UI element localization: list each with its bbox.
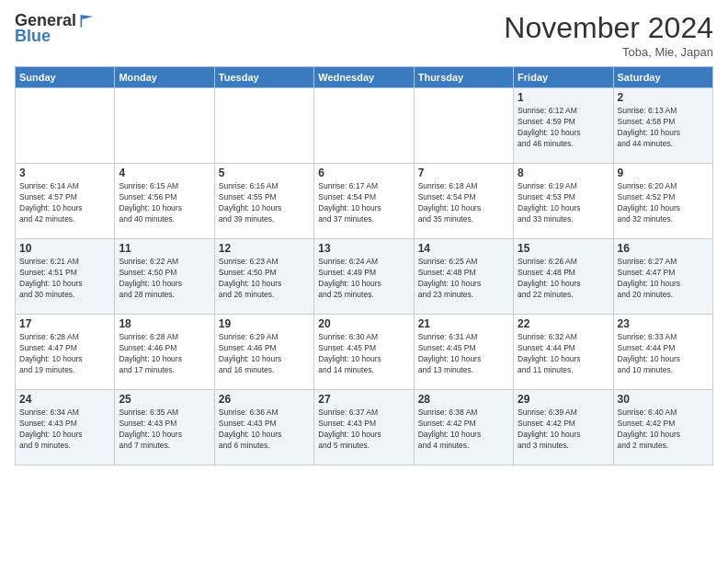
day-info: Sunrise: 6:32 AM Sunset: 4:44 PM Dayligh… bbox=[518, 332, 609, 376]
day-number: 2 bbox=[618, 91, 709, 104]
calendar-day-cell: 30Sunrise: 6:40 AM Sunset: 4:42 PM Dayli… bbox=[613, 390, 712, 465]
calendar-day-cell: 5Sunrise: 6:16 AM Sunset: 4:55 PM Daylig… bbox=[214, 164, 313, 239]
logo-flag-icon bbox=[78, 12, 97, 30]
calendar-day-cell: 16Sunrise: 6:27 AM Sunset: 4:47 PM Dayli… bbox=[613, 239, 712, 315]
day-info: Sunrise: 6:28 AM Sunset: 4:46 PM Dayligh… bbox=[119, 332, 210, 376]
day-number: 1 bbox=[518, 91, 609, 104]
calendar-day-header: Thursday bbox=[414, 67, 513, 88]
calendar-day-header: Tuesday bbox=[214, 67, 313, 88]
calendar-day-cell: 19Sunrise: 6:29 AM Sunset: 4:46 PM Dayli… bbox=[214, 315, 313, 390]
calendar-day-cell: 8Sunrise: 6:19 AM Sunset: 4:53 PM Daylig… bbox=[514, 164, 613, 239]
day-number: 23 bbox=[618, 317, 709, 330]
day-info: Sunrise: 6:34 AM Sunset: 4:43 PM Dayligh… bbox=[19, 408, 110, 452]
day-number: 29 bbox=[518, 393, 609, 406]
calendar-day-cell: 2Sunrise: 6:13 AM Sunset: 4:58 PM Daylig… bbox=[613, 88, 712, 164]
day-info: Sunrise: 6:25 AM Sunset: 4:48 PM Dayligh… bbox=[418, 257, 509, 301]
day-number: 8 bbox=[518, 167, 609, 179]
day-info: Sunrise: 6:16 AM Sunset: 4:55 PM Dayligh… bbox=[219, 181, 310, 225]
calendar-day-cell bbox=[16, 88, 115, 164]
location-subtitle: Toba, Mie, Japan bbox=[504, 45, 713, 59]
day-number: 12 bbox=[219, 242, 310, 255]
day-info: Sunrise: 6:20 AM Sunset: 4:52 PM Dayligh… bbox=[618, 181, 709, 225]
svg-marker-0 bbox=[81, 15, 93, 27]
day-number: 4 bbox=[119, 167, 210, 179]
calendar-week-row: 24Sunrise: 6:34 AM Sunset: 4:43 PM Dayli… bbox=[16, 390, 713, 465]
calendar-day-header: Sunday bbox=[16, 67, 115, 88]
calendar-day-cell: 1Sunrise: 6:12 AM Sunset: 4:59 PM Daylig… bbox=[514, 88, 613, 164]
day-number: 16 bbox=[618, 242, 709, 255]
day-number: 24 bbox=[19, 393, 110, 406]
day-info: Sunrise: 6:40 AM Sunset: 4:42 PM Dayligh… bbox=[618, 408, 709, 452]
calendar-day-cell: 3Sunrise: 6:14 AM Sunset: 4:57 PM Daylig… bbox=[16, 164, 115, 239]
day-info: Sunrise: 6:26 AM Sunset: 4:48 PM Dayligh… bbox=[518, 257, 609, 301]
calendar-day-cell bbox=[414, 88, 513, 164]
day-number: 10 bbox=[19, 242, 110, 255]
day-info: Sunrise: 6:36 AM Sunset: 4:43 PM Dayligh… bbox=[219, 408, 310, 452]
day-info: Sunrise: 6:27 AM Sunset: 4:47 PM Dayligh… bbox=[618, 257, 709, 301]
day-number: 22 bbox=[518, 317, 609, 330]
calendar-day-cell: 17Sunrise: 6:28 AM Sunset: 4:47 PM Dayli… bbox=[16, 315, 115, 390]
calendar-day-cell: 14Sunrise: 6:25 AM Sunset: 4:48 PM Dayli… bbox=[414, 239, 513, 315]
day-info: Sunrise: 6:39 AM Sunset: 4:42 PM Dayligh… bbox=[518, 408, 609, 452]
day-number: 20 bbox=[318, 317, 409, 330]
calendar-day-cell: 27Sunrise: 6:37 AM Sunset: 4:43 PM Dayli… bbox=[314, 390, 414, 465]
day-number: 3 bbox=[19, 167, 110, 179]
calendar-day-cell bbox=[314, 88, 414, 164]
day-info: Sunrise: 6:13 AM Sunset: 4:58 PM Dayligh… bbox=[618, 106, 709, 150]
calendar-day-cell: 18Sunrise: 6:28 AM Sunset: 4:46 PM Dayli… bbox=[115, 315, 214, 390]
day-info: Sunrise: 6:18 AM Sunset: 4:54 PM Dayligh… bbox=[418, 181, 509, 225]
day-number: 19 bbox=[219, 317, 310, 330]
day-number: 7 bbox=[418, 167, 509, 179]
calendar-day-cell: 23Sunrise: 6:33 AM Sunset: 4:44 PM Dayli… bbox=[613, 315, 712, 390]
title-section: November 2024 Toba, Mie, Japan bbox=[504, 11, 713, 59]
day-info: Sunrise: 6:38 AM Sunset: 4:42 PM Dayligh… bbox=[418, 408, 509, 452]
day-number: 5 bbox=[219, 167, 310, 179]
calendar-day-cell: 6Sunrise: 6:17 AM Sunset: 4:54 PM Daylig… bbox=[314, 164, 414, 239]
calendar-day-cell: 10Sunrise: 6:21 AM Sunset: 4:51 PM Dayli… bbox=[16, 239, 115, 315]
calendar-table: SundayMondayTuesdayWednesdayThursdayFrid… bbox=[15, 66, 713, 465]
month-title: November 2024 bbox=[504, 11, 713, 45]
day-number: 26 bbox=[219, 393, 310, 406]
day-info: Sunrise: 6:17 AM Sunset: 4:54 PM Dayligh… bbox=[318, 181, 409, 225]
day-info: Sunrise: 6:14 AM Sunset: 4:57 PM Dayligh… bbox=[19, 181, 110, 225]
calendar-day-cell bbox=[115, 88, 214, 164]
day-number: 18 bbox=[119, 317, 210, 330]
calendar-day-cell: 28Sunrise: 6:38 AM Sunset: 4:42 PM Dayli… bbox=[414, 390, 513, 465]
calendar-day-cell: 12Sunrise: 6:23 AM Sunset: 4:50 PM Dayli… bbox=[214, 239, 313, 315]
calendar-day-cell: 4Sunrise: 6:15 AM Sunset: 4:56 PM Daylig… bbox=[115, 164, 214, 239]
page-header: General Blue November 2024 Toba, Mie, Ja… bbox=[15, 11, 713, 59]
day-info: Sunrise: 6:37 AM Sunset: 4:43 PM Dayligh… bbox=[318, 408, 409, 452]
day-info: Sunrise: 6:33 AM Sunset: 4:44 PM Dayligh… bbox=[618, 332, 709, 376]
calendar-day-cell: 26Sunrise: 6:36 AM Sunset: 4:43 PM Dayli… bbox=[214, 390, 313, 465]
calendar-day-cell: 13Sunrise: 6:24 AM Sunset: 4:49 PM Dayli… bbox=[314, 239, 414, 315]
day-info: Sunrise: 6:35 AM Sunset: 4:43 PM Dayligh… bbox=[119, 408, 210, 452]
day-info: Sunrise: 6:28 AM Sunset: 4:47 PM Dayligh… bbox=[19, 332, 110, 376]
calendar-day-cell: 7Sunrise: 6:18 AM Sunset: 4:54 PM Daylig… bbox=[414, 164, 513, 239]
day-number: 28 bbox=[418, 393, 509, 406]
logo: General Blue bbox=[15, 11, 97, 46]
calendar-day-cell: 29Sunrise: 6:39 AM Sunset: 4:42 PM Dayli… bbox=[514, 390, 613, 465]
calendar-week-row: 1Sunrise: 6:12 AM Sunset: 4:59 PM Daylig… bbox=[16, 88, 713, 164]
day-info: Sunrise: 6:24 AM Sunset: 4:49 PM Dayligh… bbox=[318, 257, 409, 301]
day-number: 25 bbox=[119, 393, 210, 406]
calendar-day-cell: 25Sunrise: 6:35 AM Sunset: 4:43 PM Dayli… bbox=[115, 390, 214, 465]
calendar-day-cell: 15Sunrise: 6:26 AM Sunset: 4:48 PM Dayli… bbox=[514, 239, 613, 315]
day-info: Sunrise: 6:22 AM Sunset: 4:50 PM Dayligh… bbox=[119, 257, 210, 301]
calendar-week-row: 17Sunrise: 6:28 AM Sunset: 4:47 PM Dayli… bbox=[16, 315, 713, 390]
calendar-day-header: Monday bbox=[115, 67, 214, 88]
day-info: Sunrise: 6:23 AM Sunset: 4:50 PM Dayligh… bbox=[219, 257, 310, 301]
calendar-week-row: 10Sunrise: 6:21 AM Sunset: 4:51 PM Dayli… bbox=[16, 239, 713, 315]
day-number: 17 bbox=[19, 317, 110, 330]
day-number: 27 bbox=[318, 393, 409, 406]
calendar-day-cell bbox=[214, 88, 313, 164]
calendar-day-cell: 22Sunrise: 6:32 AM Sunset: 4:44 PM Dayli… bbox=[514, 315, 613, 390]
day-number: 30 bbox=[618, 393, 709, 406]
calendar-day-header: Saturday bbox=[613, 67, 712, 88]
calendar-day-cell: 11Sunrise: 6:22 AM Sunset: 4:50 PM Dayli… bbox=[115, 239, 214, 315]
day-info: Sunrise: 6:31 AM Sunset: 4:45 PM Dayligh… bbox=[418, 332, 509, 376]
day-number: 14 bbox=[418, 242, 509, 255]
day-number: 15 bbox=[518, 242, 609, 255]
day-number: 6 bbox=[318, 167, 409, 179]
calendar-day-header: Wednesday bbox=[314, 67, 414, 88]
day-info: Sunrise: 6:21 AM Sunset: 4:51 PM Dayligh… bbox=[19, 257, 110, 301]
